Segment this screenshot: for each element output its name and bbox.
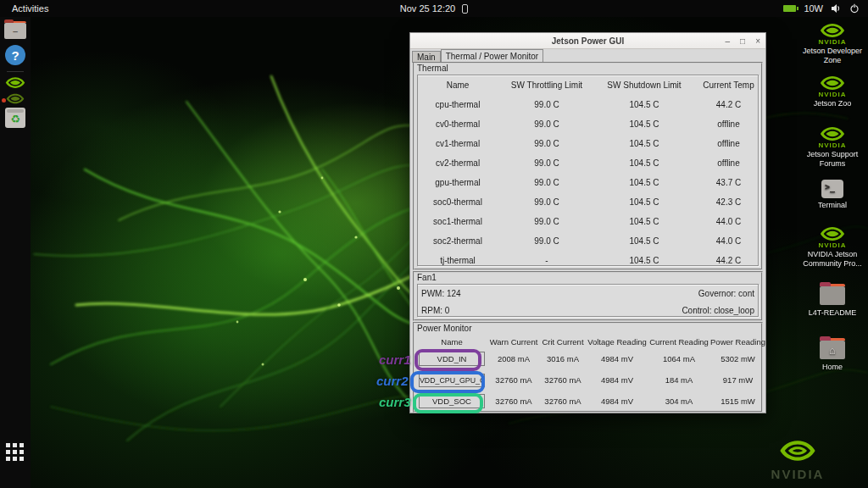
col-header: Current Reading — [647, 335, 711, 348]
window-titlebar[interactable]: Jetson Power GUI – □ × — [410, 33, 765, 49]
battery-icon — [783, 5, 796, 12]
fan-control-value: Control: close_loop — [682, 306, 754, 315]
help-icon: ? — [5, 45, 25, 65]
col-header: Name — [415, 335, 489, 348]
phone-icon — [462, 4, 468, 14]
dock-separator — [7, 71, 24, 72]
col-header: Crit Current — [538, 335, 587, 348]
home-folder-icon: ⌂ — [820, 341, 845, 359]
question-glyph: ? — [11, 48, 19, 63]
power-draw-label: 10W — [804, 3, 823, 14]
col-header: SW Throttling Limit — [498, 75, 596, 95]
nvidia-eye-icon — [5, 75, 25, 90]
thermal-row: soc2-thermal99.0 C104.5 C44.0 C — [418, 231, 758, 251]
col-header: Warn Current — [489, 335, 538, 348]
desktop-icon-jetson-support-forums[interactable]: NVIDIA Jetson Support Forums — [797, 125, 868, 169]
col-header: Name — [418, 75, 498, 95]
power-monitor-section: Power Monitor Name Warn Current Crit Cur… — [413, 322, 763, 413]
desktop-icon-nvidia-jetson-community[interactable]: NVIDIA NVIDIA Jetson Community Pro... — [797, 225, 868, 269]
thermal-row: tj-thermal-104.5 C44.2 C — [418, 251, 758, 270]
window-title: Jetson Power GUI — [552, 36, 625, 46]
rail-name-field[interactable]: VDD_SOC — [419, 394, 485, 408]
desktop-icon-label: Jetson Zoo — [797, 99, 868, 108]
power-monitor-row-vdd-in: VDD_IN 2008 mA 3016 mA 4984 mV 1064 mA 5… — [415, 348, 761, 369]
thermal-row: cv0-thermal99.0 C104.5 Coffline — [418, 114, 758, 134]
nvidia-eye-icon — [820, 75, 845, 92]
thermal-section-label: Thermal — [417, 64, 448, 73]
tab-bar: Main Thermal / Power Monitor — [412, 49, 543, 63]
trash-icon: ♻ — [5, 108, 25, 128]
minimize-button[interactable]: – — [726, 36, 731, 46]
volume-icon — [831, 3, 842, 14]
col-header: SW Shutdown Limit — [596, 75, 693, 95]
dock-item-jetson-power-gui[interactable] — [0, 75, 31, 90]
system-tray[interactable]: 10W — [783, 3, 868, 14]
desktop-icon-label: Home — [797, 363, 868, 372]
power-monitor-row-vdd-soc: VDD_SOC 32760 mA 32760 mA 4984 mV 304 mA… — [415, 391, 761, 412]
maximize-button[interactable]: □ — [740, 36, 745, 46]
terminal-prompt-glyph: >_ — [825, 182, 835, 191]
thermal-row: soc1-thermal99.0 C104.5 C44.0 C — [418, 212, 758, 231]
nvidia-wordmark: NVIDIA — [797, 37, 868, 47]
nvidia-eye-icon — [779, 438, 816, 463]
thermal-table-header: Name SW Throttling Limit SW Shutdown Lim… — [418, 75, 758, 95]
thermal-row: cv2-thermal99.0 C104.5 Coffline — [418, 153, 758, 173]
jetson-power-gui-window: Jetson Power GUI – □ × Main Thermal / Po… — [409, 32, 766, 413]
nvidia-wordmark: NVIDIA — [797, 241, 868, 250]
fan-rpm-value: RPM: 0 — [421, 306, 449, 315]
tab-main[interactable]: Main — [412, 51, 441, 63]
fan-section-label: Fan1 — [417, 273, 437, 282]
terminal-icon: >_ — [821, 180, 843, 198]
nvidia-wordmark: NVIDIA — [797, 141, 868, 150]
col-header: Power Reading — [711, 335, 765, 348]
desktop-icon-label: Terminal — [797, 201, 868, 210]
activities-button[interactable]: Activities — [0, 3, 60, 14]
nvidia-wallpaper-logo: NVIDIA — [751, 438, 844, 481]
dock-item-trash[interactable]: ♻ — [0, 108, 31, 128]
thermal-table: Name SW Throttling Limit SW Shutdown Lim… — [417, 75, 759, 266]
clock[interactable]: Nov 25 12:20 — [400, 3, 455, 14]
nvidia-wordmark: NVIDIA — [797, 90, 868, 99]
desktop-icon-label: Jetson Developer Zone — [797, 47, 868, 65]
close-button[interactable]: × — [755, 36, 760, 46]
thermal-row: soc0-thermal99.0 C104.5 C42.3 C — [418, 192, 758, 212]
thermal-row: cv1-thermal99.0 C104.5 Coffline — [418, 134, 758, 153]
desktop-icon-label: NVIDIA Jetson Community Pro... — [797, 250, 868, 269]
desktop-icon-l4t-readme[interactable]: L4T-README — [797, 281, 868, 318]
dock-item-nvidia-secondary[interactable] — [0, 92, 31, 105]
house-glyph: ⌂ — [820, 341, 845, 359]
dock-item-help[interactable]: ? — [0, 45, 31, 65]
desktop-icon-label: L4T-README — [797, 308, 868, 318]
dock: – ? ♻ — [0, 17, 31, 488]
thermal-row: cpu-thermal99.0 C104.5 C44.2 C — [418, 95, 758, 114]
desktop-icon-label: Jetson Support Forums — [797, 150, 868, 169]
power-monitor-header: Name Warn Current Crit Current Voltage R… — [415, 335, 761, 348]
desktop-icon-jetson-developer-zone[interactable]: NVIDIA Jetson Developer Zone — [797, 22, 868, 65]
show-applications-button[interactable] — [6, 443, 24, 461]
power-monitor-section-label: Power Monitor — [417, 324, 471, 333]
nvidia-eye-icon — [820, 125, 845, 142]
nvidia-eye-icon — [820, 22, 845, 39]
col-header: Current Temp — [693, 75, 765, 95]
fan-section: Fan1 PWM: 124 Governor: cont RPM: 0 Cont… — [413, 271, 763, 321]
rail-name-field[interactable]: VDD_CPU_GPU_CV — [419, 374, 485, 387]
rail-name-field[interactable]: VDD_IN — [419, 352, 485, 366]
dock-item-files[interactable]: – — [0, 19, 31, 39]
desktop: NVIDIA Activities Nov 25 12:20 10W — [0, 0, 868, 488]
nvidia-eye-icon — [6, 92, 25, 105]
folder-icon — [820, 286, 845, 305]
fan-governor-value: Governor: cont — [698, 289, 754, 298]
nvidia-wordmark: NVIDIA — [751, 467, 844, 481]
fan-panel: PWM: 124 Governor: cont RPM: 0 Control: … — [417, 284, 759, 317]
recycle-icon: ♻ — [10, 114, 20, 125]
power-menu-icon — [849, 3, 860, 14]
top-bar: Activities Nov 25 12:20 10W — [0, 0, 868, 17]
desktop-icon-terminal[interactable]: >_ Terminal — [797, 180, 868, 210]
thermal-row: gpu-thermal99.0 C104.5 C43.7 C — [418, 173, 758, 192]
nvidia-eye-icon — [820, 225, 845, 242]
files-minus-glyph: – — [4, 23, 26, 39]
desktop-icon-home[interactable]: ⌂ Home — [797, 336, 868, 372]
desktop-icon-jetson-zoo[interactable]: NVIDIA Jetson Zoo — [797, 75, 868, 108]
thermal-section: Thermal Name SW Throttling Limit SW Shut… — [413, 62, 763, 270]
tab-thermal-power-monitor[interactable]: Thermal / Power Monitor — [441, 49, 543, 63]
